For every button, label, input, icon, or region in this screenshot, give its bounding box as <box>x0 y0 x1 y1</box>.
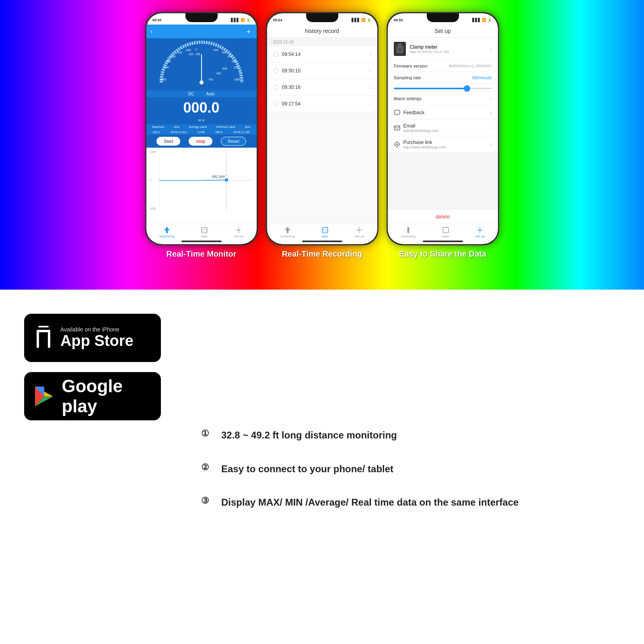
big-value: 000.0 <box>146 97 257 118</box>
reset-button[interactable]: Reset <box>221 137 246 146</box>
phone1-screen: 09:50 ▋▋▋ 📶 🔋 ‹ ＋ <box>146 13 257 244</box>
stop-button[interactable]: stop <box>189 137 212 146</box>
svg-rect-52 <box>48 330 50 348</box>
svg-text:1000: 1000 <box>149 207 156 210</box>
top-section: 09:50 ▋▋▋ 📶 🔋 ‹ ＋ <box>0 0 644 290</box>
svg-point-49 <box>479 229 481 231</box>
svg-text:000.1mV: 000.1mV <box>212 175 225 179</box>
nav-setup-3[interactable]: Set up <box>475 226 485 238</box>
phone2-status-icons: ▋▋▋ 📶 🔋 <box>352 18 371 22</box>
svg-rect-30 <box>202 227 207 233</box>
min-label: Minimum value <box>216 126 235 128</box>
purchase-left: Purchase link http://www.elinkthings.com <box>394 140 446 149</box>
nav-measuring-2[interactable]: measuring <box>280 226 295 238</box>
phone1-caption: Real-Time Monitor <box>166 249 236 259</box>
phone2-home-indicator <box>302 241 342 242</box>
svg-text:-700: -700 <box>208 78 213 81</box>
feature-1-number: ① <box>201 428 215 439</box>
nav-measuring-label-2: measuring <box>280 235 295 238</box>
max-label: Maximum <box>152 126 165 128</box>
avg-label: average value <box>189 126 207 128</box>
svg-text:-100: -100 <box>188 53 193 56</box>
googleplay-badge[interactable]: Google play <box>24 372 161 420</box>
phone1-time: 09:50 <box>152 18 162 22</box>
delete-button[interactable]: delete <box>388 209 498 224</box>
phone3-time: 09:50 <box>394 18 403 22</box>
history-item-4[interactable]: 09:17:54 › <box>267 96 377 112</box>
signal-icon-3: ▋▋▋ <box>472 18 481 22</box>
phone3-screen: 09:50 ▋▋▋ 📶 🔋 Set up <box>388 13 498 244</box>
feature-1-text: 32.8 ~ 49.2 ft long distance monitoring <box>221 428 397 442</box>
feature-3-number: ③ <box>201 496 215 506</box>
history-arrow-3: › <box>369 84 371 91</box>
feedback-icon <box>394 109 400 116</box>
plus-icon[interactable]: ＋ <box>245 27 252 36</box>
phone1-header: ‹ ＋ <box>146 25 257 38</box>
svg-point-4 <box>200 80 204 84</box>
alarm-row[interactable]: Alarm settings › <box>388 92 498 106</box>
history-item-2[interactable]: 09:50:10 › <box>267 63 377 79</box>
appstore-badge[interactable]: Available on the iPhone App Store <box>24 314 161 362</box>
history-arrow-1: › <box>369 51 371 58</box>
feature-1: ① 32.8 ~ 49.2 ft long distance monitorin… <box>201 428 620 442</box>
nav-measuring-3[interactable]: measuring <box>401 226 416 238</box>
back-icon[interactable]: ‹ <box>150 28 152 35</box>
history-date: 2020-12-18 <box>267 38 377 46</box>
history-time-2: 09:50:10 <box>282 68 301 74</box>
purchase-icon <box>394 141 400 148</box>
email-val: sale@elinkthings.com <box>403 129 439 133</box>
nav-setup-label-3: Set up <box>475 235 485 238</box>
device-row[interactable]: Clamp meter Mac:01:B3:EC:C0:27:8A › <box>388 38 498 60</box>
svg-point-46 <box>396 144 398 145</box>
sampling-label: Sampling rate <box>394 75 421 80</box>
history-empty <box>267 112 377 224</box>
phone3-notch <box>427 13 459 22</box>
device-text: Clamp meter Mac:01:B3:EC:C0:27:8A <box>410 44 449 54</box>
nav-data-2[interactable]: data <box>321 226 329 238</box>
history-time-3: 09:30:16 <box>282 84 301 90</box>
slider-track[interactable] <box>394 88 492 89</box>
email-row[interactable]: Email sale@elinkthings.com › <box>388 120 498 136</box>
right-col: ① 32.8 ~ 49.2 ft long distance monitorin… <box>201 306 620 628</box>
nav-data-3[interactable]: data <box>442 226 449 238</box>
googleplay-icon <box>32 383 56 409</box>
history-radio-3 <box>273 85 278 90</box>
svg-point-33 <box>238 229 240 231</box>
history-item-3[interactable]: 09:30:16 › <box>267 79 377 96</box>
history-time-1: 09:54:14 <box>282 51 301 57</box>
svg-rect-48 <box>443 227 449 233</box>
nav-setup-1[interactable]: Set up <box>234 226 243 238</box>
avg-val: 0.040 <box>198 131 205 134</box>
mv-label: m V <box>146 118 257 124</box>
history-title: history record <box>267 25 377 38</box>
feedback-row[interactable]: Feedback › <box>388 106 498 120</box>
svg-rect-50 <box>38 326 49 327</box>
history-item-1[interactable]: 09:54:14 › <box>267 46 377 63</box>
appstore-big-text: App Store <box>60 333 134 350</box>
start-button[interactable]: Start <box>156 137 180 146</box>
svg-point-39 <box>358 229 360 231</box>
svg-text:0: 0 <box>195 48 197 51</box>
feature-2: ② Easy to connect to your phone/ tablet <box>201 462 620 476</box>
phone3-status-icons: ▋▋▋ 📶 🔋 <box>472 18 492 22</box>
phone3-caption: Easy to Share the Data <box>399 249 486 259</box>
svg-text:-1000: -1000 <box>159 78 167 81</box>
stats-values-row: 000.1 09:50:14.411 0.040 000.0 09:50:11.… <box>146 130 257 135</box>
bottom-section: Available on the iPhone App Store Google… <box>0 290 644 644</box>
signal-icon-2: ▋▋▋ <box>352 18 360 22</box>
device-info: Clamp meter Mac:01:B3:EC:C0:27:8A <box>394 42 449 56</box>
nav-data-1[interactable]: data <box>201 226 208 238</box>
nav-setup-2[interactable]: Set up <box>355 226 364 238</box>
phone2-bottom-nav: measuring data Set up <box>267 224 377 241</box>
svg-text:-900: -900 <box>222 67 227 70</box>
device-icon <box>394 42 406 56</box>
phone1-status-icons: ▋▋▋ 📶 🔋 <box>231 18 251 22</box>
gauge-container: -1000 1000 0 -200 -300 -400 -500 -600 <box>146 38 257 91</box>
purchase-row[interactable]: Purchase link http://www.elinkthings.com… <box>388 136 498 153</box>
setup-gray <box>388 153 498 209</box>
slider-thumb[interactable] <box>464 85 470 92</box>
svg-text:-800: -800 <box>216 72 221 75</box>
svg-text:-300: -300 <box>165 60 171 63</box>
slider-row <box>388 84 498 92</box>
nav-measuring-1[interactable]: measuring <box>159 226 174 238</box>
